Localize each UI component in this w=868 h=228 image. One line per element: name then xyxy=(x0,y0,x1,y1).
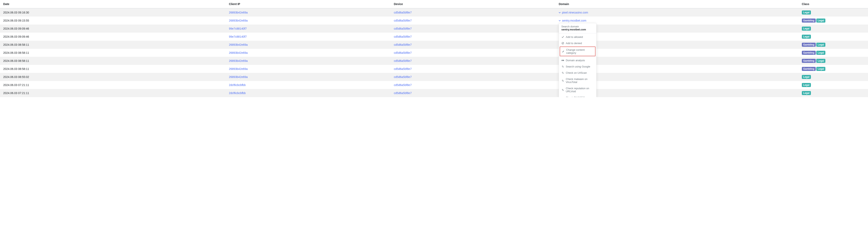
class-badge-gambling[interactable]: Gambling xyxy=(802,67,816,71)
class-badge-legal[interactable]: Legal xyxy=(802,27,811,31)
client-ip-link[interactable]: 26893b42e69a xyxy=(229,75,248,79)
client-ip-link[interactable]: 99e7c88140f7 xyxy=(229,27,247,30)
device-link[interactable]: cd5d6a5bf8e7 xyxy=(394,59,412,62)
device-link[interactable]: cd5d6a5bf8e7 xyxy=(394,83,412,87)
class-badge-legal[interactable]: Legal xyxy=(816,43,825,47)
class-badge-legal[interactable]: Legal xyxy=(802,83,811,87)
class-badge-legal[interactable]: Legal xyxy=(802,10,811,15)
link-icon xyxy=(561,72,564,74)
cell-date: 2024.06.03 08:58:11 xyxy=(0,41,226,49)
client-ip-link[interactable]: 26893b42e69a xyxy=(229,19,248,22)
col-header-class: Class xyxy=(799,0,868,8)
ban-icon xyxy=(561,42,564,45)
cell-date: 2024.06.03 09:15:55 xyxy=(0,17,226,25)
menu-check-dnsviz[interactable]: Check DNSSEC on DNSViz xyxy=(559,94,596,97)
menu-add-denied[interactable]: Add to denied xyxy=(559,40,596,46)
cell-date: 2024.06.03 07:21:11 xyxy=(0,89,226,97)
class-badge-legal[interactable]: Legal xyxy=(816,59,825,63)
table-row: 2024.06.03 09:16:3026893b42e69acd5d6a5bf… xyxy=(0,8,868,17)
col-header-client-ip: Client IP xyxy=(226,0,391,8)
domain-context-menu: Search domain sentry.mostbet.comAdd to a… xyxy=(559,23,596,97)
menu-check-virustotal[interactable]: Check malware on VirusTotal xyxy=(559,76,596,85)
cell-class: GamblingLegal xyxy=(799,57,868,65)
table-row: 2024.06.03 08:58:1126893b42e69acd5d6a5bf… xyxy=(0,57,868,65)
pencil-icon xyxy=(562,50,564,53)
client-ip-link[interactable]: 26893b42e69a xyxy=(229,43,248,46)
table-row: 2024.06.03 09:09:4699e7c88140f7cd5d6a5bf… xyxy=(0,33,868,41)
cell-class: Legal xyxy=(799,25,868,33)
client-ip-link[interactable]: 26893b42e69a xyxy=(229,67,248,70)
cell-domain: pixel.ninecasino.com xyxy=(555,8,798,17)
device-link[interactable]: cd5d6a5bf8e7 xyxy=(394,67,412,70)
menu-item-label: Change content category xyxy=(566,48,593,54)
client-ip-link[interactable]: 26893b42e69a xyxy=(229,59,248,62)
svg-line-1 xyxy=(562,42,563,44)
table-row: 2024.06.03 09:15:5526893b42e69acd5d6a5bf… xyxy=(0,17,868,25)
domain-toggle[interactable]: sentry.mostbet.com xyxy=(559,19,586,22)
class-badge-legal[interactable]: Legal xyxy=(802,91,811,95)
menu-add-allowed[interactable]: Add to allowed xyxy=(559,34,596,40)
class-badge-legal[interactable]: Legal xyxy=(816,51,825,55)
device-link[interactable]: cd5d6a5bf8e7 xyxy=(394,27,412,30)
class-badge-gambling[interactable]: Gambling xyxy=(802,59,816,63)
svg-rect-3 xyxy=(563,60,564,61)
device-link[interactable]: cd5d6a5bf8e7 xyxy=(394,11,412,14)
dropdown-header: Search domain sentry.mostbet.com xyxy=(559,23,596,33)
menu-item-label: Check malware on VirusTotal xyxy=(566,78,594,84)
menu-item-label: Domain analysis xyxy=(566,59,585,62)
cell-class: Legal xyxy=(799,89,868,97)
cell-class: GamblingLegal xyxy=(799,17,868,25)
device-link[interactable]: cd5d6a5bf8e7 xyxy=(394,91,412,95)
svg-rect-2 xyxy=(562,60,562,61)
class-badge-legal[interactable]: Legal xyxy=(816,67,825,71)
client-ip-link[interactable]: 99e7c88140f7 xyxy=(229,35,247,38)
link-icon xyxy=(561,65,564,68)
domain-toggle[interactable]: pixel.ninecasino.com xyxy=(559,11,588,14)
device-link[interactable]: cd5d6a5bf8e7 xyxy=(394,35,412,38)
cell-date: 2024.06.03 08:58:11 xyxy=(0,57,226,65)
link-icon xyxy=(561,88,564,91)
menu-change-category[interactable]: Change content category xyxy=(560,47,595,56)
cell-class: GamblingLegal xyxy=(799,41,868,49)
cell-class: Legal xyxy=(799,81,868,89)
binoculars-icon xyxy=(561,59,564,62)
device-link[interactable]: cd5d6a5bf8e7 xyxy=(394,75,412,79)
client-ip-link[interactable]: 26893b42e69a xyxy=(229,51,248,54)
svg-rect-4 xyxy=(562,60,563,60)
col-header-domain: Domain xyxy=(555,0,798,8)
cell-date: 2024.06.03 09:09:46 xyxy=(0,25,226,33)
cell-class: Legal xyxy=(799,73,868,81)
cell-class: Legal xyxy=(799,8,868,17)
menu-item-label: Check on UrlScan xyxy=(566,71,587,74)
class-badge-legal[interactable]: Legal xyxy=(816,19,825,23)
dns-log-table: Date Client IP Device Domain Class 2024.… xyxy=(0,0,868,97)
cell-date: 2024.06.03 09:16:30 xyxy=(0,8,226,17)
chevron-down-icon xyxy=(559,11,561,13)
device-link[interactable]: cd5d6a5bf8e7 xyxy=(394,19,412,22)
class-badge-legal[interactable]: Legal xyxy=(802,35,811,39)
class-badge-gambling[interactable]: Gambling xyxy=(802,43,816,47)
menu-domain-analysis[interactable]: Domain analysis xyxy=(559,57,596,63)
class-badge-gambling[interactable]: Gambling xyxy=(802,51,816,55)
menu-item-label: Add to allowed xyxy=(566,35,583,38)
device-link[interactable]: cd5d6a5bf8e7 xyxy=(394,51,412,54)
menu-check-urlscan[interactable]: Check on UrlScan xyxy=(559,70,596,76)
device-link[interactable]: cd5d6a5bf8e7 xyxy=(394,43,412,46)
client-ip-link[interactable]: 2dcf6cbcbfbb xyxy=(229,91,246,95)
col-header-date: Date xyxy=(0,0,226,8)
client-ip-link[interactable]: 26893b42e69a xyxy=(229,11,248,14)
dropdown-header-domain: sentry.mostbet.com xyxy=(561,28,586,31)
menu-search-google[interactable]: Search using Google xyxy=(559,63,596,70)
client-ip-link[interactable]: 2dcf6cbcbfbb xyxy=(229,83,246,87)
table-header-row: Date Client IP Device Domain Class xyxy=(0,0,868,8)
menu-item-label: Search using Google xyxy=(566,65,590,68)
class-badge-gambling[interactable]: Gambling xyxy=(802,19,816,23)
cell-date: 2024.06.03 08:55:02 xyxy=(0,73,226,81)
menu-check-urlvoid[interactable]: Check reputation on URLVoid xyxy=(559,85,596,94)
table-row: 2024.06.03 07:21:112dcf6cbcbfbbcd5d6a5bf… xyxy=(0,81,868,89)
menu-item-label: Check reputation on URLVoid xyxy=(566,87,594,93)
table-row: 2024.06.03 07:21:112dcf6cbcbfbbcd5d6a5bf… xyxy=(0,89,868,97)
cell-date: 2024.06.03 07:21:11 xyxy=(0,81,226,89)
cell-class: GamblingLegal xyxy=(799,49,868,57)
class-badge-legal[interactable]: Legal xyxy=(802,75,811,79)
